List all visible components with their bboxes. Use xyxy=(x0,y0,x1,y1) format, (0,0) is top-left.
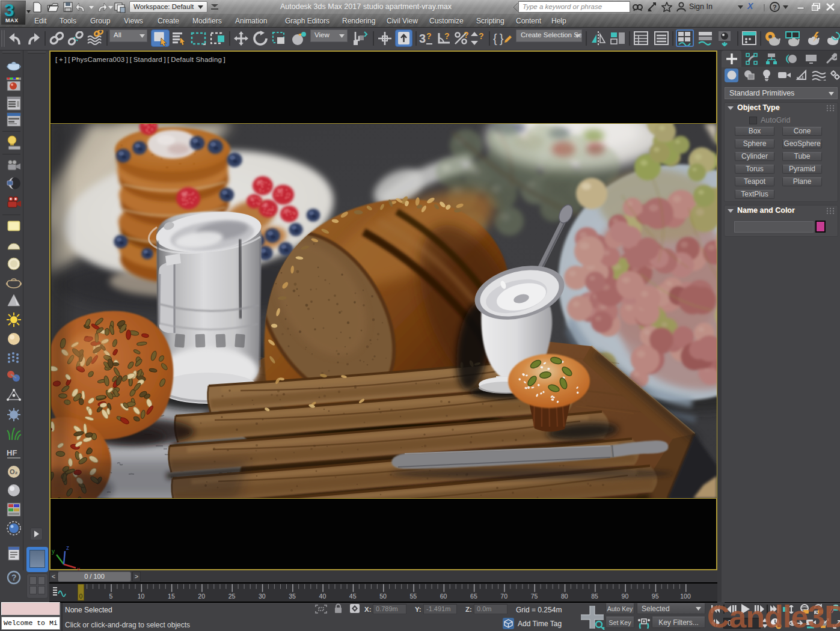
svg-text:55: 55 xyxy=(409,593,417,600)
svg-text:80: 80 xyxy=(561,593,568,600)
svg-text:15: 15 xyxy=(168,593,175,600)
svg-text:25: 25 xyxy=(228,593,236,600)
svg-text:75: 75 xyxy=(531,593,538,600)
svg-text:100: 100 xyxy=(680,593,691,600)
svg-text:y: y xyxy=(52,548,55,555)
svg-text:?: ? xyxy=(426,31,432,41)
svg-text:10: 10 xyxy=(138,593,145,600)
svg-text:{ }: { } xyxy=(493,32,504,45)
svg-text:5: 5 xyxy=(109,593,112,600)
svg-text:70: 70 xyxy=(500,593,507,600)
svg-text:45: 45 xyxy=(349,593,357,600)
svg-text:40: 40 xyxy=(319,593,326,600)
svg-text:O₂: O₂ xyxy=(10,468,18,475)
svg-text:30: 30 xyxy=(259,593,266,600)
svg-text:?: ? xyxy=(464,31,469,40)
svg-text:65: 65 xyxy=(470,593,477,600)
svg-text:85: 85 xyxy=(591,593,598,600)
svg-text:3: 3 xyxy=(419,32,426,45)
svg-text:HF: HF xyxy=(7,448,17,457)
svg-text:?: ? xyxy=(11,573,17,582)
svg-text:20: 20 xyxy=(198,593,205,600)
svg-text:0: 0 xyxy=(79,593,83,600)
svg-text:90: 90 xyxy=(622,593,629,600)
svg-text:35: 35 xyxy=(289,593,296,600)
svg-text:95: 95 xyxy=(652,593,659,600)
svg-text:?: ? xyxy=(773,4,777,11)
svg-text:z: z xyxy=(66,544,69,551)
svg-text:60: 60 xyxy=(440,593,447,600)
svg-text:50: 50 xyxy=(379,593,387,600)
svg-text:?: ? xyxy=(444,31,450,41)
svg-text:?: ? xyxy=(479,31,484,41)
